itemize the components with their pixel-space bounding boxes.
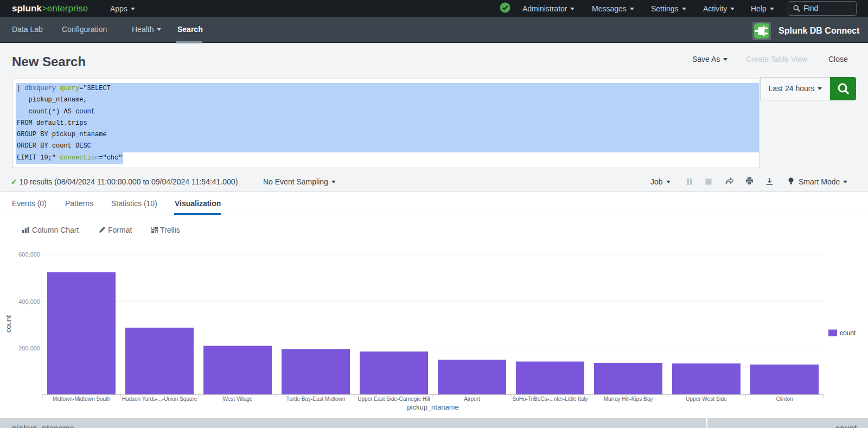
svg-text:Upper West Side: Upper West Side <box>686 396 727 402</box>
svg-text:West Village: West Village <box>222 396 253 402</box>
svg-text:Hudson Yards-...-Union Square: Hudson Yards-...-Union Square <box>122 396 197 402</box>
svg-text:Turtle Bay-East Midtown: Turtle Bay-East Midtown <box>286 396 346 402</box>
svg-text:pickup_ntaname: pickup_ntaname <box>407 403 458 411</box>
svg-text:SoHo-TriBeCa-...nter-Little It: SoHo-TriBeCa-...nter-Little Italy <box>512 396 588 402</box>
svg-text:200,000: 200,000 <box>18 345 40 352</box>
svg-text:count: count <box>840 329 856 337</box>
svg-text:600,000: 600,000 <box>18 251 40 258</box>
svg-text:400,000: 400,000 <box>18 298 40 305</box>
svg-text:Upper East Side-Carnegie Hill: Upper East Side-Carnegie Hill <box>358 396 430 402</box>
svg-text:count: count <box>4 315 12 333</box>
svg-text:Midtown-Midtown South: Midtown-Midtown South <box>53 396 111 402</box>
svg-text:Clinton: Clinton <box>776 396 793 402</box>
svg-text:Murray Hill-Kips Bay: Murray Hill-Kips Bay <box>604 396 653 402</box>
svg-text:Airport: Airport <box>464 396 480 402</box>
